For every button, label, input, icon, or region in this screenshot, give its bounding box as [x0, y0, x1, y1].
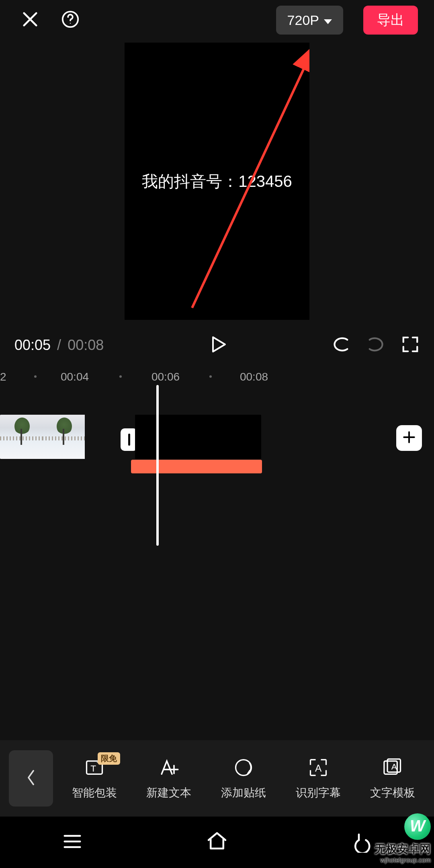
tool-smart-package[interactable]: 限免 T 智能包装: [68, 756, 121, 800]
ruler-mark: 00:08: [240, 371, 268, 383]
total-time: 00:08: [68, 337, 104, 353]
new-text-icon: [158, 756, 180, 779]
svg-text:A: A: [315, 763, 321, 774]
fullscreen-button[interactable]: [401, 335, 420, 355]
help-button[interactable]: [56, 6, 84, 34]
tool-text-template[interactable]: A 文字模板: [366, 756, 419, 800]
svg-point-3: [70, 23, 71, 24]
timeline-ruler: 2 00:04 00:06 00:08: [0, 366, 434, 391]
ruler-dot: [209, 375, 212, 378]
system-nav-bar: [0, 817, 434, 868]
close-button[interactable]: [16, 6, 44, 34]
close-icon: [21, 10, 39, 30]
nav-recent[interactable]: [61, 830, 84, 854]
help-icon: [61, 10, 80, 30]
redo-button[interactable]: [366, 335, 385, 355]
undo-button[interactable]: [332, 335, 350, 355]
export-button[interactable]: 导出: [363, 6, 418, 35]
svg-text:A: A: [391, 762, 397, 771]
home-icon: [206, 847, 228, 854]
chevron-left-icon: [25, 769, 37, 788]
ruler-dot: [34, 375, 37, 378]
tool-label: 新建文本: [146, 785, 191, 800]
ruler-left-edge: 2: [0, 371, 6, 383]
play-icon: [208, 348, 227, 355]
sticker-icon: [232, 756, 255, 779]
video-preview[interactable]: 我的抖音号：123456: [125, 43, 309, 320]
text-template-icon: A: [381, 756, 404, 779]
back-icon: [350, 847, 373, 854]
ruler-mark: 00:04: [61, 371, 89, 383]
tool-detect-subtitle[interactable]: A 识别字幕: [292, 756, 345, 800]
bottom-toolbar: 限免 T 智能包装 新建文本 添加贴纸 A 识别字幕 A: [0, 740, 434, 817]
tool-label: 识别字幕: [296, 785, 341, 800]
preview-area: 我的抖音号：123456: [0, 40, 434, 320]
tool-new-text[interactable]: 新建文本: [142, 756, 195, 800]
resolution-label: 720P: [287, 12, 319, 28]
text-track-clip[interactable]: [131, 460, 262, 473]
nav-back[interactable]: [350, 830, 373, 854]
tracks-container: [0, 415, 434, 471]
editor-header: 720P 导出: [0, 0, 434, 40]
toolbar-back-button[interactable]: [9, 750, 53, 807]
playback-bar: 00:05 / 00:08: [0, 327, 434, 363]
plus-icon: [402, 430, 416, 446]
time-display: 00:05 / 00:08: [14, 337, 104, 354]
clip-thumbnail: [42, 415, 84, 459]
preview-overlay-text: 我的抖音号：123456: [142, 170, 292, 192]
playhead[interactable]: [156, 385, 159, 546]
tool-label: 添加贴纸: [221, 785, 266, 800]
current-time: 00:05: [14, 337, 51, 353]
free-badge: 限免: [98, 752, 120, 765]
undo-icon: [332, 348, 350, 355]
fullscreen-icon: [401, 348, 420, 355]
svg-marker-4: [324, 19, 332, 24]
chevron-down-icon: [324, 12, 332, 28]
subtitle-icon: A: [307, 756, 330, 779]
ruler-mark: 00:06: [151, 371, 180, 383]
tool-label: 文字模板: [370, 785, 415, 800]
video-clip-2[interactable]: [135, 415, 261, 459]
svg-text:T: T: [90, 763, 96, 774]
ruler-dot: [119, 375, 122, 378]
timeline[interactable]: 2 00:04 00:06 00:08: [0, 366, 434, 555]
tool-label: 智能包装: [72, 785, 117, 800]
add-clip-button[interactable]: [396, 425, 422, 451]
export-label: 导出: [377, 11, 404, 29]
menu-icon: [61, 847, 84, 854]
svg-marker-6: [213, 337, 225, 352]
video-clip-1[interactable]: [0, 415, 127, 459]
tool-add-sticker[interactable]: 添加贴纸: [217, 756, 270, 800]
nav-home[interactable]: [206, 830, 228, 854]
resolution-selector[interactable]: 720P: [276, 6, 343, 35]
time-separator: /: [57, 337, 61, 353]
play-button[interactable]: [208, 335, 227, 356]
clip-thumbnail: [0, 415, 42, 459]
redo-icon: [366, 348, 385, 355]
